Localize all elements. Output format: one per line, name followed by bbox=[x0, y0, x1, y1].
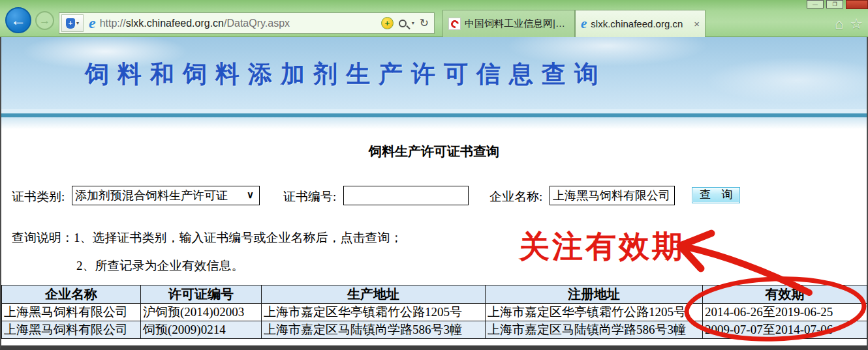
instructions-line1: 查询说明：1、选择证书类别，输入证书编号或企业名称后，点击查询； bbox=[12, 229, 403, 246]
home-icon[interactable]: ⌂ bbox=[835, 16, 843, 33]
cert-type-label: 证书类别: bbox=[12, 188, 65, 205]
tab-title: 中国饲料工业信息网|中国饲料... bbox=[465, 18, 569, 30]
cert-type-select[interactable]: 添加剂预混合饲料生产许可证 ∨ bbox=[72, 186, 260, 205]
tab-slxk-active[interactable]: e slxk.chinafeed.org.cn × bbox=[575, 10, 705, 37]
cell-license-no: 饲预(2009)0214 bbox=[141, 321, 262, 339]
page-content: 饲料和饲料添加剂生产许可信息查询 饲料生产许可证书查询 证书类别: 添加剂预混合… bbox=[0, 37, 868, 350]
cert-type-value: 添加剂预混合饲料生产许可证 bbox=[75, 188, 228, 203]
back-icon: ← bbox=[10, 11, 26, 29]
table-header-row: 企业名称 许可证编号 生产地址 注册地址 有效期 bbox=[2, 285, 867, 304]
forward-button[interactable]: → bbox=[35, 11, 54, 30]
site-safety-icon: + bbox=[381, 17, 394, 29]
cell-validity: 2009-07-07至2014-07-06 bbox=[703, 321, 867, 339]
url-domain: slxk.chinafeed.org.cn bbox=[126, 18, 224, 29]
col-validity: 有效期 bbox=[703, 285, 867, 304]
cell-registered-address: 上海市嘉定区华亭镇霜竹公路1205号 bbox=[486, 304, 703, 321]
dropdown-chevron-icon: ∨ bbox=[247, 189, 254, 201]
cell-company: 上海黑马饲料有限公司 bbox=[2, 321, 141, 339]
url-path: /DataQry.aspx bbox=[224, 18, 290, 29]
cert-no-label: 证书编号: bbox=[283, 188, 336, 205]
minimize-button[interactable]: — bbox=[807, 0, 824, 8]
window-controls: — ❐ bbox=[804, 0, 868, 9]
col-company: 企业名称 bbox=[2, 285, 141, 304]
ie-icon: e bbox=[89, 14, 96, 32]
site-permission-button[interactable]: + ▾ bbox=[61, 14, 84, 32]
col-license-no: 许可证编号 bbox=[141, 285, 262, 304]
company-input[interactable] bbox=[550, 186, 675, 205]
col-production-address: 生产地址 bbox=[262, 285, 486, 304]
cell-license-no: 沪饲预(2014)02003 bbox=[141, 304, 262, 321]
forward-icon: → bbox=[39, 14, 50, 27]
refresh-icon[interactable]: ↻ bbox=[420, 16, 429, 30]
divider bbox=[1, 109, 867, 113]
cell-company: 上海黑马饲料有限公司 bbox=[2, 304, 141, 321]
shield-icon: + bbox=[66, 18, 75, 29]
tab-title: slxk.chinafeed.org.cn bbox=[591, 18, 690, 29]
divider-fade bbox=[1, 117, 867, 129]
table-row: 上海黑马饲料有限公司 饲预(2009)0214 上海市嘉定区马陆镇尚学路586号… bbox=[2, 321, 867, 339]
cell-registered-address: 上海市嘉定区马陆镇尚学路586号3幢 bbox=[486, 321, 703, 339]
search-icon[interactable] bbox=[399, 20, 407, 27]
chinafeed-favicon bbox=[448, 18, 461, 30]
page-banner: 饲料和饲料添加剂生产许可信息查询 bbox=[1, 37, 867, 109]
cert-no-input[interactable] bbox=[343, 186, 469, 205]
favorites-star-icon[interactable]: ☆ bbox=[850, 16, 863, 33]
table-row: 上海黑马饲料有限公司 沪饲预(2014)02003 上海市嘉定区华亭镇霜竹公路1… bbox=[2, 304, 867, 321]
query-button[interactable]: 查 询 bbox=[692, 187, 740, 203]
cell-validity: 2014-06-26至2019-06-25 bbox=[703, 304, 867, 321]
validity-annotation: 关注有效期 bbox=[519, 226, 685, 267]
page-title: 饲料和饲料添加剂生产许可信息查询 bbox=[85, 58, 607, 91]
url-scheme: http:// bbox=[100, 18, 126, 29]
company-label: 企业名称: bbox=[489, 188, 542, 205]
address-bar[interactable]: + ▾ e http://slxk.chinafeed.org.cn/DataQ… bbox=[59, 12, 435, 34]
query-form: 证书类别: 添加剂预混合饲料生产许可证 ∨ 证书编号: 企业名称: 查 询 bbox=[1, 186, 867, 205]
restore-button[interactable]: ❐ bbox=[826, 0, 843, 8]
browser-chrome: — ❐ ← → + ▾ e http://slxk.chinafeed.org.… bbox=[0, 0, 868, 37]
cell-production-address: 上海市嘉定区华亭镇霜竹公路1205号 bbox=[262, 304, 486, 321]
back-button[interactable]: ← bbox=[5, 7, 31, 33]
cell-production-address: 上海市嘉定区马陆镇尚学路586号3幢 bbox=[262, 321, 486, 339]
ie-favicon: e bbox=[581, 16, 587, 32]
search-dropdown-icon[interactable]: ▾ bbox=[412, 20, 414, 26]
tab-close-icon[interactable]: × bbox=[694, 18, 700, 29]
results-table: 企业名称 许可证编号 生产地址 注册地址 有效期 上海黑马饲料有限公司 沪饲预(… bbox=[1, 285, 867, 339]
close-button[interactable] bbox=[846, 0, 868, 9]
section-title: 饲料生产许可证书查询 bbox=[1, 143, 867, 160]
url-text[interactable]: http://slxk.chinafeed.org.cn/DataQry.asp… bbox=[100, 18, 290, 29]
tab-chinafeed[interactable]: 中国饲料工业信息网|中国饲料... bbox=[442, 10, 575, 37]
instructions-line2: 2、所查记录为企业有效信息。 bbox=[76, 257, 244, 274]
chevron-down-icon: ▾ bbox=[76, 20, 79, 26]
col-registered-address: 注册地址 bbox=[486, 285, 703, 304]
